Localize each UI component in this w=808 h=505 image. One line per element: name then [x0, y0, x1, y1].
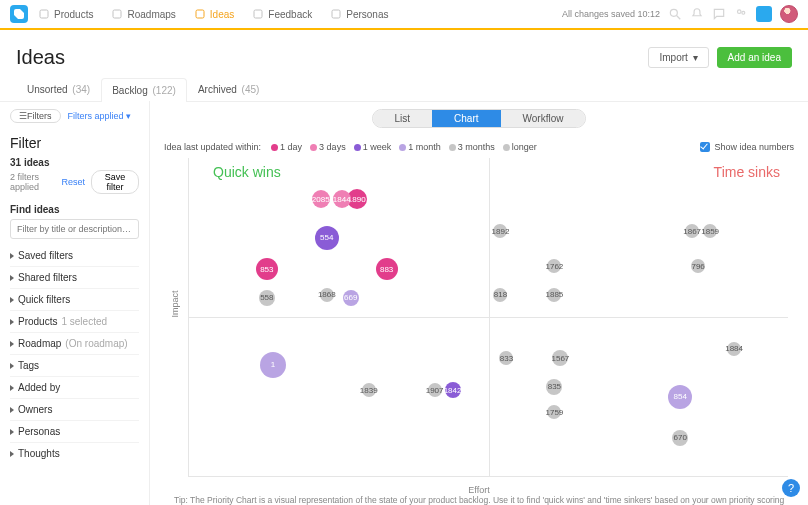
- legend-1-day: 1 day: [271, 142, 302, 152]
- idea-bubble-1842[interactable]: 1842: [445, 382, 461, 398]
- search-icon[interactable]: [668, 7, 682, 21]
- nav-products[interactable]: Products: [38, 8, 93, 20]
- idea-bubble-1885[interactable]: 1885: [547, 288, 561, 302]
- filter-search-input[interactable]: [10, 219, 139, 239]
- nav-ideas[interactable]: Ideas: [194, 8, 234, 20]
- filters-applied-link[interactable]: Filters applied ▾: [68, 111, 132, 121]
- chat-icon: [252, 8, 264, 20]
- idea-bubble-835[interactable]: 835: [546, 379, 562, 395]
- legend-1-month: 1 month: [399, 142, 441, 152]
- chevron-right-icon: [10, 407, 14, 413]
- filter-roadmap[interactable]: Roadmap (On roadmap): [10, 332, 139, 354]
- chevron-right-icon: [10, 363, 14, 369]
- show-numbers-label: Show idea numbers: [714, 142, 794, 152]
- idea-bubble-2085[interactable]: 2085: [312, 190, 330, 208]
- find-ideas-label: Find ideas: [10, 204, 139, 215]
- priority-chart[interactable]: Quick wins Time sinks 853883189020851844…: [188, 158, 788, 477]
- chevron-right-icon: [10, 385, 14, 391]
- show-numbers-checkbox[interactable]: [700, 142, 710, 152]
- bell-icon[interactable]: [690, 7, 704, 21]
- view-list[interactable]: List: [373, 110, 433, 127]
- page-title: Ideas: [16, 46, 65, 69]
- idea-bubble-833[interactable]: 833: [499, 351, 513, 365]
- chat-icon[interactable]: [712, 7, 726, 21]
- filters-toggle[interactable]: ☰ Filters: [10, 109, 61, 123]
- idea-bubble-1867[interactable]: 1867: [685, 224, 699, 238]
- chevron-right-icon: [10, 429, 14, 435]
- idea-bubble-1567[interactable]: 1567: [552, 350, 568, 366]
- filters-applied-count: 2 filters applied: [10, 172, 55, 192]
- filter-tags[interactable]: Tags: [10, 354, 139, 376]
- idea-count: 31 ideas: [10, 157, 139, 168]
- quadrant-time-sinks: Time sinks: [714, 164, 780, 472]
- y-axis-label: Impact: [170, 290, 180, 317]
- tab-unsorted[interactable]: Unsorted (34): [16, 77, 101, 101]
- view-chart[interactable]: Chart: [432, 110, 500, 127]
- idea-bubble-1[interactable]: 1: [260, 352, 286, 378]
- team-icon[interactable]: [734, 7, 748, 21]
- idea-bubble-1839[interactable]: 1839: [362, 383, 376, 397]
- chevron-right-icon: [10, 275, 14, 281]
- filter-personas[interactable]: Personas: [10, 420, 139, 442]
- quadrant-quick-wins: Quick wins: [213, 164, 281, 180]
- app-logo[interactable]: [10, 5, 28, 23]
- idea-bubble-1892[interactable]: 1892: [493, 224, 507, 238]
- add-idea-button[interactable]: Add an idea: [717, 47, 792, 68]
- idea-bubble-796[interactable]: 796: [691, 259, 705, 273]
- chart-legend: Idea last updated within: 1 day3 days1 w…: [164, 142, 794, 152]
- filter-owners[interactable]: Owners: [10, 398, 139, 420]
- svg-rect-3: [254, 10, 262, 18]
- chevron-right-icon: [10, 297, 14, 303]
- tab-archived[interactable]: Archived (45): [187, 77, 270, 101]
- filter-added-by[interactable]: Added by: [10, 376, 139, 398]
- reset-filters[interactable]: Reset: [61, 177, 85, 187]
- idea-bubble-554[interactable]: 554: [315, 226, 339, 250]
- top-nav: ProductsRoadmapsIdeasFeedbackPersonas Al…: [0, 0, 808, 30]
- svg-point-5: [670, 9, 677, 16]
- filter-products[interactable]: Products 1 selected: [10, 310, 139, 332]
- box-icon: [38, 8, 50, 20]
- idea-bubble-818[interactable]: 818: [493, 288, 507, 302]
- idea-bubble-558[interactable]: 558: [259, 290, 275, 306]
- persona-icon: [330, 8, 342, 20]
- save-status: All changes saved 10:12: [562, 9, 660, 19]
- apps-icon[interactable]: [756, 6, 772, 22]
- user-avatar[interactable]: [780, 5, 798, 23]
- view-workflow[interactable]: Workflow: [501, 110, 586, 127]
- import-button[interactable]: Import ▾: [648, 47, 708, 68]
- chevron-right-icon: [10, 253, 14, 259]
- tab-backlog[interactable]: Backlog (122): [101, 78, 187, 102]
- idea-bubble-1844[interactable]: 1844: [333, 190, 351, 208]
- idea-bubble-1868[interactable]: 1868: [320, 288, 334, 302]
- idea-bubble-1907[interactable]: 1907: [428, 383, 442, 397]
- filter-sidebar: ☰ Filters Filters applied ▾ Filter 31 id…: [0, 101, 150, 505]
- chevron-right-icon: [10, 451, 14, 457]
- view-switch: ListChartWorkflow: [372, 109, 587, 128]
- filter-quick-filters[interactable]: Quick filters: [10, 288, 139, 310]
- idea-bubble-853[interactable]: 853: [256, 258, 278, 280]
- nav-roadmaps[interactable]: Roadmaps: [111, 8, 175, 20]
- idea-bubble-669[interactable]: 669: [343, 290, 359, 306]
- filter-thoughts[interactable]: Thoughts: [10, 442, 139, 464]
- nav-personas[interactable]: Personas: [330, 8, 388, 20]
- idea-bubble-883[interactable]: 883: [376, 258, 398, 280]
- idea-bubble-1884[interactable]: 1884: [727, 342, 741, 356]
- idea-bubble-1759[interactable]: 1759: [547, 405, 561, 419]
- page-header: Ideas Import ▾ Add an idea: [0, 30, 808, 77]
- svg-rect-1: [113, 10, 121, 18]
- idea-bubble-854[interactable]: 854: [668, 385, 692, 409]
- filter-shared-filters[interactable]: Shared filters: [10, 266, 139, 288]
- roadmap-icon: [111, 8, 123, 20]
- help-button[interactable]: ?: [782, 479, 800, 497]
- svg-point-7: [738, 10, 742, 13]
- x-axis-label: Effort: [468, 485, 489, 495]
- chart-tip: Tip: The Priority Chart is a visual repr…: [174, 495, 784, 505]
- legend-3-days: 3 days: [310, 142, 346, 152]
- nav-feedback[interactable]: Feedback: [252, 8, 312, 20]
- idea-bubble-1762[interactable]: 1762: [547, 259, 561, 273]
- legend-prefix: Idea last updated within:: [164, 142, 261, 152]
- idea-tabs: Unsorted (34)Backlog (122)Archived (45): [0, 77, 808, 102]
- idea-bubble-670[interactable]: 670: [672, 430, 688, 446]
- save-filter-button[interactable]: Save filter: [91, 170, 139, 194]
- filter-saved-filters[interactable]: Saved filters: [10, 245, 139, 266]
